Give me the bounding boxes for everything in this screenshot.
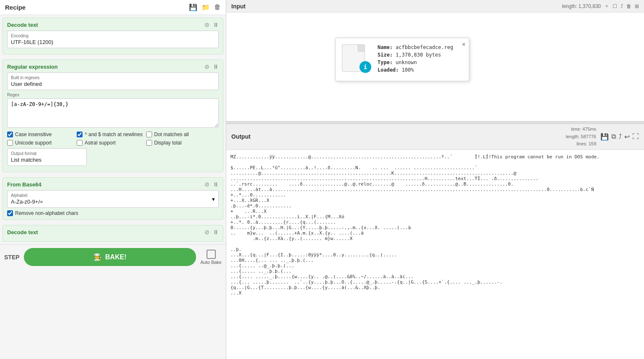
bake-button[interactable]: 👨‍🍳 BAKE! bbox=[24, 248, 197, 266]
display-total-checkbox[interactable] bbox=[146, 140, 152, 146]
decode-text-top-disable-icon[interactable]: ⊘ bbox=[204, 21, 209, 28]
output-undo-icon[interactable]: ↩ bbox=[624, 133, 630, 141]
caret-dollar-checkbox[interactable] bbox=[77, 132, 83, 137]
file-details: Name: acfbbcbefecadce.reg Size: 1,370,83… bbox=[378, 44, 463, 75]
decode-text-top-title: Decode text bbox=[7, 22, 38, 28]
regex-controls: ⊘ ⏸ bbox=[204, 63, 219, 70]
decode-text-top-header: Decode text ⊘ ⏸ bbox=[7, 21, 219, 28]
file-info-popup: i Name: acfbbcbefecadce.reg Size: 1,370,… bbox=[335, 38, 469, 81]
bake-label: BAKE! bbox=[105, 253, 127, 261]
case-insensitive-label: Case insensitive bbox=[15, 132, 52, 137]
regex-disable-icon[interactable]: ⊘ bbox=[204, 63, 209, 70]
input-grid-icon[interactable]: ⊞ bbox=[635, 3, 639, 9]
info-badge-icon: i bbox=[360, 61, 371, 73]
from-base64-title: From Base64 bbox=[7, 181, 41, 188]
open-folder-icon[interactable]: 📁 bbox=[202, 3, 210, 11]
input-trash-icon[interactable]: 🗑 bbox=[626, 3, 631, 9]
right-panel: Input length: 1,370,830 ＋ ☐ ⤴ 🗑 ⊞ i Name… bbox=[226, 0, 644, 359]
remove-nonalpha-label: Remove non-alphabet chars bbox=[15, 210, 78, 216]
recipe-header-icons: 💾 📁 🗑 bbox=[189, 3, 221, 11]
decode-text-bottom-disable-icon[interactable]: ⊘ bbox=[204, 229, 209, 235]
step-button[interactable]: STEP bbox=[4, 254, 20, 261]
display-total-item: Display total bbox=[146, 140, 213, 146]
regex-label: Regex bbox=[7, 93, 219, 97]
input-title: Input bbox=[231, 3, 246, 10]
output-meta: time: 475ms length: 587776 lines: 159 bbox=[566, 126, 596, 148]
astral-support-item: Astral support bbox=[77, 140, 144, 146]
input-export-icon[interactable]: ⤴ bbox=[621, 3, 623, 9]
input-expand-icon[interactable]: ☐ bbox=[613, 3, 617, 9]
output-format-value: List matches bbox=[11, 157, 83, 163]
decode-text-bottom-header: Decode text ⊘ ⏸ bbox=[7, 229, 219, 235]
decode-text-top-section: Decode text ⊘ ⏸ Encoding UTF-16LE (1200) bbox=[3, 18, 223, 54]
delete-icon[interactable]: 🗑 bbox=[214, 3, 221, 11]
output-content[interactable]: MZ............ÿÿ............@...........… bbox=[226, 150, 644, 359]
dot-matches-label: Dot matches all bbox=[154, 132, 189, 137]
unicode-support-item: Unicode support bbox=[7, 140, 74, 146]
file-size: Size: 1,370,830 bytes bbox=[378, 52, 463, 58]
input-add-icon[interactable]: ＋ bbox=[604, 3, 609, 10]
unicode-support-label: Unicode support bbox=[15, 140, 52, 146]
encoding-label: Encoding bbox=[11, 34, 215, 38]
bake-icon: 👨‍🍳 bbox=[93, 253, 102, 261]
alphabet-chevron-icon: ▾ bbox=[212, 196, 215, 202]
caret-dollar-item: ^ and $ match at newlines bbox=[77, 132, 144, 137]
input-content-area[interactable]: i Name: acfbbcbefecadce.reg Size: 1,370,… bbox=[226, 13, 644, 121]
output-fullscreen-icon[interactable]: ⛶ bbox=[632, 133, 639, 141]
from-base64-header: From Base64 ⊘ ⏸ bbox=[7, 181, 219, 188]
astral-support-checkbox[interactable] bbox=[77, 140, 83, 146]
checkboxes-row-2: Unicode support Astral support Display t… bbox=[7, 140, 219, 146]
case-insensitive-checkbox[interactable] bbox=[7, 132, 13, 137]
output-title: Output bbox=[231, 133, 251, 140]
regex-textarea[interactable]: [a-zA-Z0-9+/=]{30,} bbox=[7, 98, 219, 128]
decode-text-bottom-title: Decode text bbox=[7, 229, 38, 235]
alphabet-select[interactable]: Alphabet A-Za-z0-9+/= ▾ bbox=[7, 190, 219, 208]
remove-nonalpha-checkbox[interactable] bbox=[7, 210, 13, 216]
auto-bake-label: Auto Bake bbox=[200, 260, 222, 265]
alphabet-label: Alphabet bbox=[11, 193, 43, 198]
file-name: Name: acfbbcbefecadce.reg bbox=[378, 44, 463, 50]
dot-matches-checkbox[interactable] bbox=[146, 132, 152, 137]
case-insensitive-item: Case insensitive bbox=[7, 132, 74, 137]
decode-text-top-controls: ⊘ ⏸ bbox=[204, 21, 219, 28]
dot-matches-item: Dot matches all bbox=[146, 132, 213, 137]
output-format-box[interactable]: Output format List matches bbox=[7, 148, 87, 166]
recipe-title: Recipe bbox=[5, 4, 26, 11]
auto-bake-button[interactable]: Auto Bake bbox=[200, 250, 222, 265]
decode-text-bottom-pause-icon[interactable]: ⏸ bbox=[213, 229, 219, 235]
decode-text-bottom-controls: ⊘ ⏸ bbox=[204, 229, 219, 235]
regex-title: Regular expression bbox=[7, 64, 58, 70]
output-export-icon[interactable]: ⤴ bbox=[618, 133, 622, 141]
input-header: Input length: 1,370,830 ＋ ☐ ⤴ 🗑 ⊞ bbox=[226, 0, 644, 13]
from-base64-section: From Base64 ⊘ ⏸ Alphabet A-Za-z0-9+/= ▾ … bbox=[3, 177, 223, 220]
input-length-info: length: 1,370,830 bbox=[562, 3, 601, 9]
display-total-label: Display total bbox=[154, 140, 181, 146]
alphabet-field: Alphabet A-Za-z0-9+/= bbox=[11, 193, 43, 205]
built-in-regexes-field[interactable]: Built in regexes User defined bbox=[7, 72, 219, 90]
encoding-field: Encoding UTF-16LE (1200) bbox=[7, 31, 219, 48]
from-base64-controls: ⊘ ⏸ bbox=[204, 181, 219, 188]
decode-text-bottom-section: Decode text ⊘ ⏸ bbox=[3, 225, 223, 242]
encoding-value: UTF-16LE (1200) bbox=[11, 39, 215, 45]
output-copy-icon[interactable]: ⧉ bbox=[611, 133, 616, 141]
bottom-bar: STEP 👨‍🍳 BAKE! Auto Bake bbox=[0, 244, 226, 269]
left-panel: Recipe 💾 📁 🗑 Decode text ⊘ ⏸ Encoding UT… bbox=[0, 0, 226, 359]
file-loaded: Loaded: 100% bbox=[378, 67, 463, 73]
output-format-label: Output format bbox=[11, 151, 83, 156]
file-type: Type: unknown bbox=[378, 59, 463, 65]
output-actions: 💾 ⧉ ⤴ ↩ ⛶ bbox=[600, 133, 639, 141]
regex-pause-icon[interactable]: ⏸ bbox=[213, 63, 219, 70]
recipe-header: Recipe 💾 📁 🗑 bbox=[0, 0, 226, 15]
output-section: Output time: 475ms length: 587776 lines:… bbox=[226, 124, 644, 359]
output-save-icon[interactable]: 💾 bbox=[600, 133, 609, 141]
regex-section: Regular expression ⊘ ⏸ Built in regexes … bbox=[3, 59, 223, 172]
from-base64-disable-icon[interactable]: ⊘ bbox=[204, 181, 209, 188]
decode-text-top-pause-icon[interactable]: ⏸ bbox=[213, 21, 219, 28]
checkboxes-row-1: Case insensitive ^ and $ match at newlin… bbox=[7, 132, 219, 137]
save-icon[interactable]: 💾 bbox=[189, 3, 197, 11]
file-icon: i bbox=[342, 44, 371, 74]
output-header: Output time: 475ms length: 587776 lines:… bbox=[226, 124, 644, 150]
unicode-support-checkbox[interactable] bbox=[7, 140, 13, 146]
from-base64-pause-icon[interactable]: ⏸ bbox=[213, 181, 219, 188]
file-info-close-button[interactable]: ✕ bbox=[462, 41, 466, 47]
